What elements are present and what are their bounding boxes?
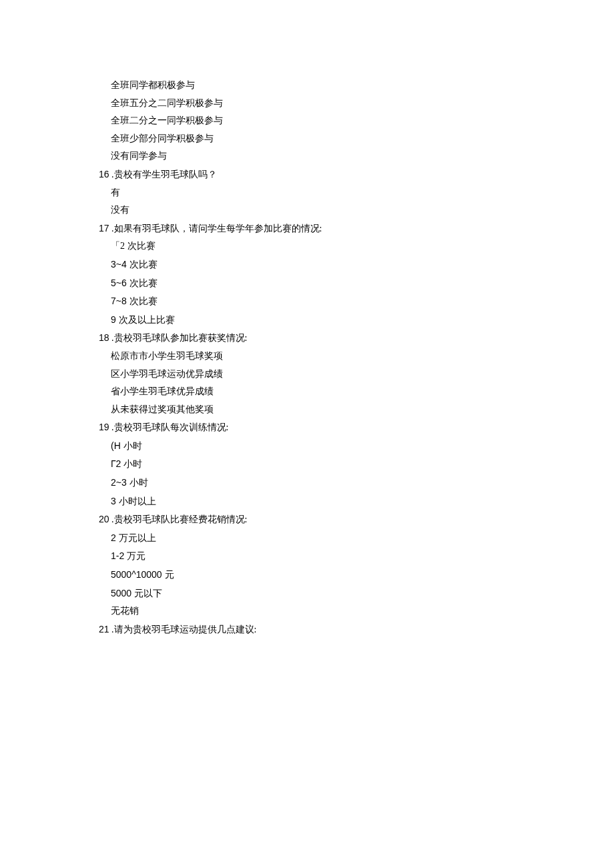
option-text: 3 小时以上	[111, 496, 156, 506]
option-text: 2 万元以上	[111, 532, 156, 543]
option-text: 5000 元以下	[111, 588, 162, 598]
question-number: 21	[99, 624, 109, 634]
q18-option: 松原市市小学生羽毛球奖项	[99, 348, 553, 366]
option-text: 2~3 小时	[111, 477, 148, 488]
q17-option: 9 次及以上比赛	[99, 311, 553, 330]
question-text: .贵校羽毛球队比赛经费花销情况:	[109, 514, 248, 524]
q18-option: 区小学羽毛球运动优异成绩	[99, 366, 553, 384]
question-18: 18 .贵校羽毛球队参加比赛获奖情况:	[99, 329, 553, 348]
q18-option: 从未获得过奖项其他奖项	[99, 401, 553, 419]
question-text: .贵校羽毛球队参加比赛获奖情况:	[109, 333, 248, 343]
option-text: 3~4 次比赛	[111, 259, 158, 270]
q20-option: 5000^10000 元	[99, 566, 553, 584]
q20-option: 2 万元以上	[99, 529, 553, 548]
question-number: 17	[99, 223, 109, 234]
option-text: 5~6 次比赛	[111, 278, 158, 288]
question-19: 19 .贵校羽毛球队每次训练情况:	[99, 418, 553, 437]
q17-option: 「2 次比赛	[99, 238, 553, 256]
q15-option: 全班二分之一同学积极参与	[99, 112, 553, 130]
question-text: .请为贵校羽毛球运动提供几点建议:	[109, 624, 257, 634]
q15-option: 全班五分之二同学积极参与	[99, 95, 553, 113]
q19-option: 2~3 小时	[99, 474, 553, 492]
q19-option: 3 小时以上	[99, 492, 553, 511]
option-text: Г2 小时	[111, 458, 142, 469]
q20-option: 1-2 万元	[99, 547, 553, 566]
q17-option: 3~4 次比赛	[99, 256, 553, 274]
q16-option: 有	[99, 184, 553, 202]
q16-option: 没有	[99, 201, 553, 220]
question-text: .如果有羽毛球队，请问学生每学年参加比赛的情况:	[109, 224, 322, 234]
question-16: 16 .贵校有学生羽毛球队吗？	[99, 165, 553, 184]
option-text: 5000^10000 元	[111, 569, 174, 580]
option-text: 7~8 次比赛	[111, 296, 158, 306]
question-21: 21 .请为贵校羽毛球运动提供几点建议:	[99, 620, 553, 639]
q17-option: 7~8 次比赛	[99, 292, 553, 311]
option-text: 1-2 万元	[111, 550, 145, 561]
q18-option: 省小学生羽毛球优异成绩	[99, 383, 553, 401]
option-text: (H 小时	[111, 440, 142, 451]
question-20: 20 .贵校羽毛球队比赛经费花销情况:	[99, 510, 553, 529]
option-text: 9 次及以上比赛	[111, 314, 175, 325]
question-number: 19	[99, 422, 109, 432]
question-number: 16	[99, 169, 109, 179]
q17-option: 5~6 次比赛	[99, 274, 553, 293]
q15-option: 全班少部分同学积极参与	[99, 130, 553, 148]
q15-option: 没有同学参与	[99, 147, 553, 165]
question-text: .贵校羽毛球队每次训练情况:	[109, 422, 229, 432]
question-text: .贵校有学生羽毛球队吗？	[109, 169, 217, 179]
document-page: 全班同学都积极参与 全班五分之二同学积极参与 全班二分之一同学积极参与 全班少部…	[0, 0, 553, 638]
q15-option: 全班同学都积极参与	[99, 77, 553, 95]
q19-option: (H 小时	[99, 437, 553, 456]
question-number: 20	[99, 514, 109, 524]
q19-option: Г2 小时	[99, 455, 553, 474]
q20-option: 5000 元以下	[99, 584, 553, 603]
question-17: 17 .如果有羽毛球队，请问学生每学年参加比赛的情况:	[99, 220, 553, 238]
question-number: 18	[99, 332, 109, 343]
q20-option: 无花销	[99, 602, 553, 620]
